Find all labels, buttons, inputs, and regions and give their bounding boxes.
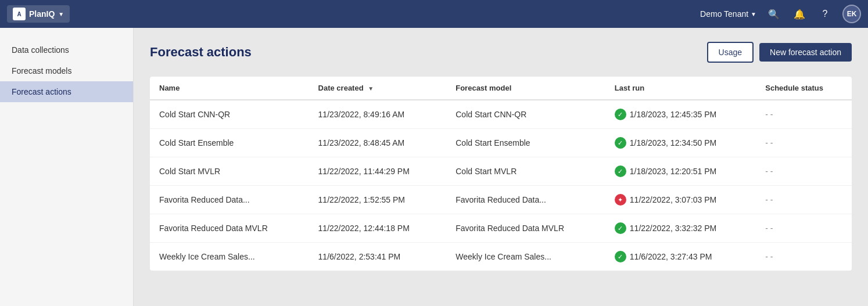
usage-button[interactable]: Usage <box>707 42 754 63</box>
cell-forecast-model: Favorita Reduced Data MVLR <box>446 214 605 243</box>
help-icon[interactable]: ? <box>817 6 833 22</box>
cell-date-created: 11/22/2022, 1:52:55 PM <box>309 186 447 214</box>
cell-date-created: 11/22/2022, 12:44:18 PM <box>309 214 447 243</box>
success-icon: ✓ <box>615 222 626 234</box>
main-content: Forecast actions Usage New forecast acti… <box>134 28 868 306</box>
logo-icon: A <box>13 8 26 20</box>
cell-date-created: 11/6/2022, 2:53:41 PM <box>309 243 447 271</box>
last-run-time: 11/22/2022, 3:32:32 PM <box>630 224 716 233</box>
table-body: Cold Start CNN-QR11/23/2022, 8:49:16 AMC… <box>150 100 852 271</box>
page-header: Forecast actions Usage New forecast acti… <box>150 42 852 63</box>
tenant-label: Demo Tenant <box>700 9 748 19</box>
cell-last-run: ✓11/22/2022, 3:32:32 PM <box>605 214 756 243</box>
table-row[interactable]: Cold Start Ensemble11/23/2022, 8:48:45 A… <box>150 129 852 157</box>
forecast-actions-table: Name Date created ▼ Forecast model Last … <box>150 77 852 271</box>
table-row[interactable]: Weekly Ice Cream Sales...11/6/2022, 2:53… <box>150 243 852 271</box>
table-row[interactable]: Cold Start MVLR11/22/2022, 11:44:29 PMCo… <box>150 157 852 186</box>
sidebar-item-forecast-actions[interactable]: Forecast actions <box>0 81 133 102</box>
tenant-chevron-icon: ▼ <box>751 11 756 17</box>
tenant-selector[interactable]: Demo Tenant ▼ <box>700 9 756 19</box>
cell-forecast-model: Favorita Reduced Data... <box>446 186 605 214</box>
topnav: A PlanIQ ▼ Demo Tenant ▼ 🔍 🔔 ? EK <box>0 0 868 28</box>
success-icon: ✓ <box>615 137 626 149</box>
cell-name: Favorita Reduced Data... <box>150 186 309 214</box>
cell-name: Favorita Reduced Data MVLR <box>150 214 309 243</box>
col-forecast-model: Forecast model <box>446 77 605 100</box>
col-last-run: Last run <box>605 77 756 100</box>
error-icon: ✦ <box>615 194 626 206</box>
last-run-time: 1/18/2023, 12:20:51 PM <box>630 167 716 176</box>
last-run-time: 11/22/2022, 3:07:03 PM <box>630 195 716 204</box>
cell-date-created: 11/22/2022, 11:44:29 PM <box>309 157 447 186</box>
last-run-time: 11/6/2022, 3:27:43 PM <box>630 252 712 261</box>
cell-schedule-status: - - <box>756 157 852 186</box>
cell-last-run: ✓11/6/2022, 3:27:43 PM <box>605 243 756 271</box>
cell-schedule-status: - - <box>756 214 852 243</box>
sidebar-item-forecast-models[interactable]: Forecast models <box>0 60 133 81</box>
tenant-dropdown-icon[interactable]: ▼ <box>58 11 64 17</box>
sidebar: Data collections Forecast models Forecas… <box>0 28 134 306</box>
header-actions: Usage New forecast action <box>707 42 852 63</box>
cell-schedule-status: - - <box>756 100 852 129</box>
layout: Data collections Forecast models Forecas… <box>0 28 868 306</box>
sidebar-item-data-collections[interactable]: Data collections <box>0 39 133 60</box>
success-icon: ✓ <box>615 165 626 177</box>
success-icon: ✓ <box>615 109 626 120</box>
cell-last-run: ✓1/18/2023, 12:20:51 PM <box>605 157 756 186</box>
col-date-created[interactable]: Date created ▼ <box>309 77 447 100</box>
table-header: Name Date created ▼ Forecast model Last … <box>150 77 852 100</box>
search-icon[interactable]: 🔍 <box>766 6 782 22</box>
cell-last-run: ✓1/18/2023, 12:45:35 PM <box>605 100 756 129</box>
cell-schedule-status: - - <box>756 129 852 157</box>
success-icon: ✓ <box>615 251 626 262</box>
cell-name: Cold Start MVLR <box>150 157 309 186</box>
cell-name: Cold Start CNN-QR <box>150 100 309 129</box>
app-logo[interactable]: A PlanIQ ▼ <box>7 5 70 23</box>
col-name: Name <box>150 77 309 100</box>
table-row[interactable]: Cold Start CNN-QR11/23/2022, 8:49:16 AMC… <box>150 100 852 129</box>
col-schedule-status: Schedule status <box>756 77 852 100</box>
cell-name: Cold Start Ensemble <box>150 129 309 157</box>
sort-icon: ▼ <box>368 85 374 92</box>
cell-date-created: 11/23/2022, 8:49:16 AM <box>309 100 447 129</box>
cell-schedule-status: - - <box>756 243 852 271</box>
table-row[interactable]: Favorita Reduced Data...11/22/2022, 1:52… <box>150 186 852 214</box>
avatar[interactable]: EK <box>842 5 861 23</box>
cell-last-run: ✓1/18/2023, 12:34:50 PM <box>605 129 756 157</box>
cell-schedule-status: - - <box>756 186 852 214</box>
last-run-time: 1/18/2023, 12:45:35 PM <box>630 110 716 119</box>
table-row[interactable]: Favorita Reduced Data MVLR11/22/2022, 12… <box>150 214 852 243</box>
cell-date-created: 11/23/2022, 8:48:45 AM <box>309 129 447 157</box>
cell-forecast-model: Cold Start CNN-QR <box>446 100 605 129</box>
cell-name: Weekly Ice Cream Sales... <box>150 243 309 271</box>
cell-forecast-model: Weekly Ice Cream Sales... <box>446 243 605 271</box>
last-run-time: 1/18/2023, 12:34:50 PM <box>630 138 716 147</box>
page-title: Forecast actions <box>150 45 707 60</box>
new-forecast-action-button[interactable]: New forecast action <box>759 43 852 62</box>
cell-forecast-model: Cold Start Ensemble <box>446 129 605 157</box>
cell-forecast-model: Cold Start MVLR <box>446 157 605 186</box>
notification-icon[interactable]: 🔔 <box>791 6 808 22</box>
app-name: PlanIQ <box>29 9 55 19</box>
cell-last-run: ✦11/22/2022, 3:07:03 PM <box>605 186 756 214</box>
nav-right: Demo Tenant ▼ 🔍 🔔 ? EK <box>700 5 861 23</box>
